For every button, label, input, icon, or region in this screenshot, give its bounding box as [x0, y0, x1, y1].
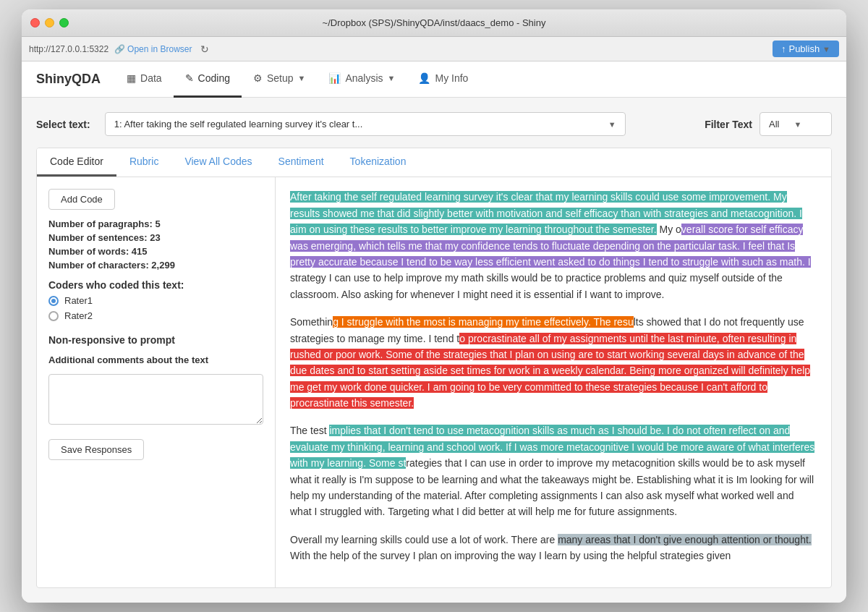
publish-chevron-icon: ▼ [822, 45, 830, 54]
open-browser-link[interactable]: 🔗 Open in Browser [114, 44, 192, 54]
paragraph-4: Overall my learning skills could use a l… [290, 532, 817, 564]
browserbar: http://127.0.0.1:5322 🔗 Open in Browser … [22, 37, 846, 61]
refresh-button[interactable]: ↻ [200, 43, 209, 55]
nav-data[interactable]: ▦ Data [115, 61, 174, 98]
nav-setup[interactable]: ⚙ Setup ▼ [242, 61, 317, 98]
highlight-p2-1: g I struggle with the most is managing m… [333, 316, 634, 328]
browser-icon: 🔗 [114, 44, 125, 54]
paragraph-2: Something I struggle with the most is ma… [290, 314, 817, 411]
text-select-dropdown[interactable]: 1: After taking the self regulated learn… [105, 112, 626, 136]
paragraph-3: The test implies that I don't tend to us… [290, 422, 817, 519]
maximize-button[interactable] [59, 18, 69, 27]
rater2-radio[interactable]: Rater2 [48, 310, 263, 321]
editor-body: Add Code Number of paragraphs: 5 Number … [37, 177, 831, 587]
tabs-row: Code Editor Rubric View All Codes Sentim… [37, 148, 831, 177]
non-responsive-label: Non-responsive to prompt [48, 334, 263, 346]
nav-myinfo[interactable]: 👤 My Info [407, 61, 480, 98]
filter-text-label: Filter Text [705, 119, 752, 130]
coders-section: Coders who coded this text: Rater1 Rater… [48, 279, 263, 321]
stat-sentences: Number of sentences: 23 [48, 232, 263, 243]
setup-chevron-icon: ▼ [298, 74, 306, 82]
highlight-p4-1: many areas that I don't give enough atte… [558, 534, 812, 545]
stat-characters: Number of characters: 2,299 [48, 260, 263, 271]
url-display: http://127.0.0.1:5322 [29, 44, 109, 54]
coders-label: Coders who coded this text: [48, 279, 263, 291]
select-text-row: Select text: 1: After taking the self re… [36, 112, 832, 136]
filter-chevron-icon: ▼ [793, 120, 801, 129]
filter-group: Filter Text All ▼ [705, 112, 832, 136]
nav-analysis[interactable]: 📊 Analysis ▼ [317, 61, 407, 98]
minimize-button[interactable] [45, 18, 54, 27]
paragraph-1: After taking the self regulated learning… [290, 189, 817, 302]
coding-icon: ✎ [185, 72, 194, 84]
select-text-label: Select text: [36, 119, 90, 130]
stat-paragraphs: Number of paragraphs: 5 [48, 218, 263, 229]
stats-section: Number of paragraphs: 5 Number of senten… [48, 218, 263, 271]
data-icon: ▦ [127, 72, 136, 84]
right-panel: After taking the self regulated learning… [276, 177, 831, 587]
save-responses-button[interactable]: Save Responses [48, 439, 144, 460]
window-title: ~/Dropbox (SPS)/ShinyQDA/inst/daacs_demo… [323, 17, 546, 28]
analysis-icon: 📊 [328, 72, 341, 84]
rater1-radio-circle [48, 296, 59, 306]
brand-logo: ShinyQDA [36, 72, 101, 87]
additional-comments-label: Additional comments about the text [48, 354, 263, 365]
rater2-radio-circle [48, 311, 59, 321]
app-window: ~/Dropbox (SPS)/ShinyQDA/inst/daacs_demo… [22, 9, 846, 602]
filter-dropdown[interactable]: All ▼ [760, 112, 832, 136]
editor-panel: Code Editor Rubric View All Codes Sentim… [36, 148, 832, 587]
text-dropdown-chevron-icon: ▼ [608, 120, 616, 129]
publish-button[interactable]: ↑ Publish ▼ [773, 41, 839, 57]
main-content: Select text: 1: After taking the self re… [22, 98, 846, 602]
myinfo-icon: 👤 [418, 72, 430, 84]
tab-tokenization[interactable]: Tokenization [337, 148, 420, 177]
close-button[interactable] [30, 18, 40, 27]
left-panel: Add Code Number of paragraphs: 5 Number … [37, 177, 276, 587]
analysis-chevron-icon: ▼ [388, 74, 396, 82]
nav-coding[interactable]: ✎ Coding [174, 61, 242, 98]
tab-sentiment[interactable]: Sentiment [265, 148, 337, 177]
traffic-lights [30, 18, 69, 27]
tab-code-editor[interactable]: Code Editor [37, 148, 116, 177]
add-code-button[interactable]: Add Code [48, 189, 115, 210]
setup-icon: ⚙ [253, 72, 263, 84]
stat-words: Number of words: 415 [48, 246, 263, 257]
tab-rubric[interactable]: Rubric [116, 148, 171, 177]
navbar: ShinyQDA ▦ Data ✎ Coding ⚙ Setup ▼ 📊 Ana… [22, 61, 846, 98]
titlebar: ~/Dropbox (SPS)/ShinyQDA/inst/daacs_demo… [22, 9, 846, 37]
rater1-radio[interactable]: Rater1 [48, 295, 263, 306]
additional-comments-textarea[interactable] [48, 374, 263, 425]
tab-view-all-codes[interactable]: View All Codes [171, 148, 265, 177]
publish-icon: ↑ [781, 43, 786, 54]
